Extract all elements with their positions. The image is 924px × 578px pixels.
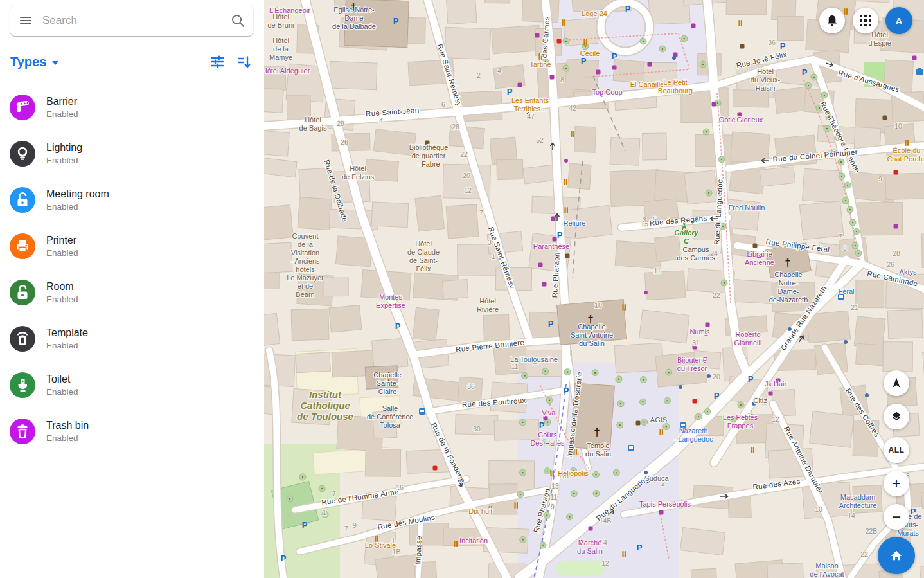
svg-text:LibrairieAncienne: LibrairieAncienne [745,250,774,266]
notifications-button[interactable] [819,8,845,33]
svg-text:Hôteld'Espie: Hôteld'Espie [868,31,891,47]
filter-button[interactable] [209,53,226,70]
svg-text:1: 1 [323,509,326,516]
svg-text:11: 11 [511,363,519,370]
svg-text:22: 22 [460,150,468,158]
sort-button[interactable] [236,53,253,70]
svg-text:42: 42 [569,104,576,112]
svg-text:28: 28 [337,120,344,127]
svg-text:RobertoGiannelli: RobertoGiannelli [734,330,762,347]
trash-icon [10,419,35,444]
svg-text:Vival: Vival [542,409,557,417]
svg-text:21: 21 [851,303,858,311]
svg-text:26: 26 [887,260,894,268]
svg-text:P: P [581,56,587,66]
type-status: Enabled [46,202,109,212]
lock-open-icon [10,187,35,213]
svg-text:P: P [612,51,617,61]
avatar[interactable]: A [885,7,912,34]
svg-text:La Toulousaine: La Toulousaine [510,356,558,363]
home-button[interactable] [878,537,915,574]
types-dropdown[interactable]: Types [10,55,58,69]
svg-text:Suduca: Suduca [644,474,669,482]
type-item-meeting-room[interactable]: Meeting roomEnabled [0,177,264,223]
svg-text:10: 10 [815,505,822,513]
type-item-printer[interactable]: PrinterEnabled [0,223,264,269]
apps-button[interactable] [853,8,878,33]
type-item-template[interactable]: TemplateEnabled [0,316,264,362]
svg-text:47: 47 [527,113,535,120]
barrier-icon [10,95,35,120]
map-canvas[interactable]: PPPPPPPPPPPPPPPPPPPP†††††282642862422201… [264,0,924,578]
search-input[interactable] [41,14,222,28]
zoom-out-button[interactable]: − [884,504,909,530]
type-label: Toilet [46,374,78,385]
svg-text:9: 9 [878,175,882,183]
svg-text:Optic'Glorieux: Optic'Glorieux [719,116,763,123]
type-status: Enabled [46,248,78,258]
svg-text:22: 22 [713,291,720,299]
types-list: BarrierEnabledLightingEnabledMeeting roo… [0,84,264,455]
svg-text:Hôtel Aldeguier: Hôtel Aldeguier [264,67,310,75]
zoom-in-button[interactable]: + [884,471,909,496]
type-item-trash-bin[interactable]: Trash binEnabled [0,408,264,455]
type-item-room[interactable]: RoomEnabled [0,269,264,316]
type-status: Enabled [46,109,78,119]
svg-text:4: 4 [379,117,383,125]
svg-text:Aktys: Aktys [900,268,917,276]
svg-text:Les PetitesFrappes: Les PetitesFrappes [723,413,758,429]
svg-text:7: 7 [479,209,483,217]
type-status: Enabled [46,387,78,397]
svg-text:Loge 24: Loge 24 [582,10,607,17]
home-icon [888,547,905,564]
svg-text:8: 8 [843,244,847,252]
avatar-initial: A [896,15,903,26]
menu-button[interactable] [10,5,41,36]
svg-text:3: 3 [643,216,646,224]
svg-text:Numis: Numis [689,328,710,336]
svg-text:6: 6 [441,100,445,108]
search-bar[interactable] [10,5,253,36]
svg-text:1: 1 [492,253,495,260]
svg-text:9: 9 [551,503,555,510]
layers-button[interactable] [884,404,909,429]
svg-text:P: P [302,520,308,530]
svg-text:13: 13 [551,482,559,490]
svg-text:Les EnfantsTerribles...: Les EnfantsTerribles... [511,96,549,113]
type-label: Meeting room [46,188,109,200]
tune-icon [209,54,225,69]
svg-text:11: 11 [551,493,558,501]
compass-button[interactable] [884,370,909,396]
type-item-toilet[interactable]: ToiletEnabled [0,362,264,408]
plus-icon: + [892,476,901,491]
svg-text:Heliopolis: Heliopolis [558,469,589,477]
svg-text:P: P [395,321,401,331]
svg-text:Top Coup: Top Coup [592,88,622,96]
svg-text:MacaddamArchitecture: MacaddamArchitecture [839,493,877,509]
svg-text:Féral: Féral [838,287,854,295]
type-status: Enabled [46,294,78,304]
svg-text:P: P [539,420,545,430]
svg-text:20: 20 [713,373,720,381]
svg-text:Incitation: Incitation [459,537,488,545]
svg-text:11: 11 [654,267,661,275]
svg-text:52: 52 [536,136,544,144]
svg-text:P: P [507,87,513,96]
search-icon [231,14,245,28]
svg-text:28: 28 [893,249,900,257]
type-item-lighting[interactable]: LightingEnabled [0,131,264,177]
svg-text:MontesExpertise: MontesExpertise [376,293,405,309]
search-button[interactable] [222,5,253,36]
types-title: Types [10,55,46,69]
svg-text:Tartine: Tartine [529,60,551,68]
svg-text:Cécile: Cécile [580,50,600,57]
svg-text:2: 2 [477,71,481,79]
all-layers-button[interactable]: ALL [884,437,909,463]
svg-text:31: 31 [692,339,700,347]
svg-text:P: P [548,319,554,329]
svg-text:AGIS: AGIS [650,416,667,424]
svg-text:P: P [393,16,399,26]
bell-icon [825,14,839,28]
svg-text:Reliure: Reliure [564,219,586,227]
type-item-barrier[interactable]: BarrierEnabled [0,84,264,131]
